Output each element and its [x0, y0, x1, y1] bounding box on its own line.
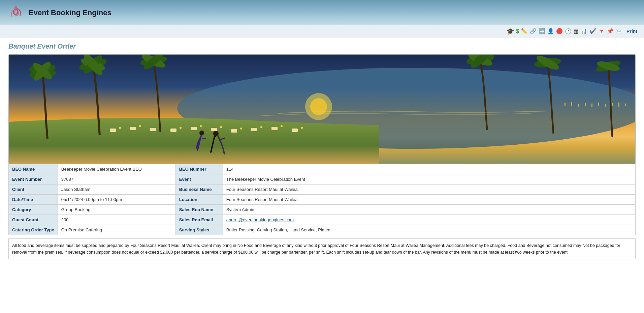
svg-point-23 [301, 127, 303, 129]
sales-rep-name-value: System Admin [223, 205, 635, 215]
svg-rect-47 [585, 103, 586, 106]
svg-rect-44 [565, 103, 566, 106]
svg-rect-45 [571, 102, 572, 106]
table-row: BEO Name Beekeeper Movie Celebration Eve… [9, 164, 636, 174]
app-header: Event Booking Engines [0, 0, 644, 25]
dollar-icon[interactable]: $ [516, 28, 519, 34]
svg-rect-8 [191, 127, 197, 130]
clock-icon[interactable]: 🕐 [565, 28, 572, 34]
banner-image [8, 54, 636, 164]
location-label: Location [175, 195, 223, 205]
print-button[interactable]: Print [626, 29, 637, 34]
svg-point-1 [14, 6, 17, 9]
check-icon[interactable]: ✔️ [589, 28, 596, 34]
person-icon[interactable]: 👤 [547, 28, 554, 34]
beo-name-value: Beekeeper Movie Celebration Event BEO [58, 164, 175, 174]
grid-icon[interactable]: ▦ [574, 28, 579, 34]
logo-icon [7, 3, 25, 22]
logo-area: Event Booking Engines [7, 3, 111, 22]
datetime-value: 05/11/2024 6:00pm to 11:00pm [58, 195, 175, 205]
datetime-label: Date/Time [9, 195, 58, 205]
description-text: All food and beverage items must be supp… [8, 238, 636, 259]
svg-rect-4 [110, 129, 116, 132]
sales-rep-email-label: Sales Rep Email [175, 215, 223, 225]
filter-icon[interactable]: 🔻 [598, 28, 605, 34]
edit-icon[interactable]: ✏️ [521, 28, 528, 34]
chart-icon[interactable]: 📊 [581, 28, 587, 34]
svg-rect-53 [625, 104, 626, 106]
svg-point-22 [281, 125, 283, 127]
svg-point-14 [119, 127, 121, 129]
svg-rect-12 [271, 127, 278, 130]
svg-point-21 [260, 126, 262, 128]
toolbar: 🎓 $ ✏️ 🔗 ➡️ 👤 🔴 🕐 ▦ 📊 ✔️ 🔻 📌 ✉️ Print [0, 25, 644, 37]
beo-name-label: BEO Name [9, 164, 58, 174]
table-row: Category Group Booking Sales Rep Name Sy… [9, 205, 636, 215]
svg-point-19 [220, 126, 222, 128]
beo-number-label: BEO Number [175, 164, 223, 174]
sales-rep-email-value: andrei@eventbookingengines.com [223, 215, 635, 225]
catering-type-value: On Premise Catering [58, 225, 175, 235]
svg-rect-5 [130, 127, 136, 130]
svg-rect-13 [292, 129, 298, 132]
svg-rect-6 [150, 128, 156, 131]
info-table: BEO Name Beekeeper Movie Celebration Eve… [8, 164, 636, 235]
business-name-value: Four Seasons Resort Maui at Wailea [223, 184, 635, 195]
svg-rect-48 [591, 104, 592, 107]
table-row: Guest Count 200 Sales Rep Email andrei@e… [9, 215, 636, 225]
category-value: Group Booking [58, 205, 175, 215]
guest-count-label: Guest Count [9, 215, 58, 225]
svg-point-17 [180, 127, 182, 129]
svg-rect-51 [612, 103, 613, 106]
client-label: Client [9, 184, 58, 195]
svg-rect-52 [618, 103, 619, 107]
cap-icon[interactable]: 🎓 [507, 28, 514, 35]
table-row: Date/Time 05/11/2024 6:00pm to 11:00pm L… [9, 195, 636, 205]
category-label: Category [9, 205, 58, 215]
red-circle-icon[interactable]: 🔴 [556, 28, 563, 34]
svg-point-43 [310, 98, 327, 115]
page-title: Banquet Event Order [8, 42, 636, 50]
pin-icon[interactable]: 📌 [607, 28, 614, 34]
svg-rect-10 [231, 129, 237, 133]
svg-point-18 [200, 125, 202, 127]
svg-point-15 [139, 125, 141, 127]
main-content: Banquet Event Order [0, 37, 644, 264]
svg-rect-46 [578, 104, 579, 107]
client-value: Jason Statham [58, 184, 175, 195]
svg-rect-49 [598, 103, 599, 106]
table-row: Client Jason Statham Business Name Four … [9, 184, 636, 195]
serving-styles-label: Serving Styles [175, 225, 223, 235]
svg-rect-9 [211, 128, 217, 131]
beo-number-value: 114 [223, 164, 635, 174]
mail-icon[interactable]: ✉️ [616, 28, 622, 34]
email-link[interactable]: andrei@eventbookingengines.com [226, 217, 294, 222]
event-number-label: Event Number [9, 174, 58, 184]
serving-styles-value: Butler Passing, Carving Station, Hand Se… [223, 225, 635, 235]
business-name-label: Business Name [175, 184, 223, 195]
logo-text: Event Booking Engines [29, 8, 111, 17]
svg-rect-50 [605, 104, 606, 107]
link-icon[interactable]: 🔗 [530, 28, 537, 34]
table-row: Event Number 37687 Event The Beekeeper M… [9, 174, 636, 184]
event-number-value: 37687 [58, 174, 175, 184]
event-value: The Beekeeper Movie Celebration Event [223, 174, 635, 184]
table-row: Catering Order Type On Premise Catering … [9, 225, 636, 235]
guest-count-value: 200 [58, 215, 175, 225]
location-value: Four Seasons Resort Maui at Wailea [223, 195, 635, 205]
sales-rep-name-label: Sales Rep Name [175, 205, 223, 215]
svg-rect-7 [170, 129, 176, 132]
catering-type-label: Catering Order Type [9, 225, 58, 235]
event-label: Event [175, 174, 223, 184]
arrow-icon[interactable]: ➡️ [539, 28, 545, 34]
svg-rect-11 [251, 128, 257, 131]
svg-point-20 [240, 127, 242, 130]
svg-point-55 [199, 131, 204, 135]
